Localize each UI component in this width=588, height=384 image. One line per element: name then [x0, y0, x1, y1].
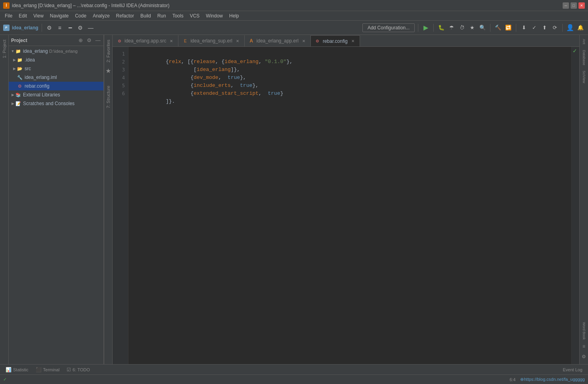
- tab-app-erl[interactable]: A idea_erlang_app.erl ✕: [245, 35, 311, 46]
- statistic-icon: 📊: [6, 367, 11, 372]
- ant-label[interactable]: Ant: [581, 36, 587, 47]
- close-button[interactable]: ✕: [578, 2, 585, 9]
- structure-label[interactable]: 7: Structure: [105, 83, 111, 111]
- profile-button[interactable]: ⏱: [458, 23, 466, 32]
- git-status[interactable]: ✓: [3, 377, 7, 382]
- user-avatar[interactable]: 👤: [566, 23, 575, 32]
- vcs-commit-button[interactable]: ✓: [530, 23, 538, 32]
- tree-item-extlibs[interactable]: ▶ 📚 External Libraries: [9, 90, 103, 99]
- tab-rebar-config[interactable]: ⚙ rebar.config ✕: [311, 35, 360, 46]
- menu-item-tools[interactable]: Tools: [169, 12, 187, 19]
- editor: 1 2 3 4 5 6 {relx, [{release, {idea_erla…: [113, 47, 579, 364]
- tree-item-src[interactable]: ▶ 📂 src: [9, 64, 103, 73]
- todo-icon: ☑: [67, 367, 71, 372]
- todo-label: 6: TODO: [73, 367, 90, 372]
- tree-item-root[interactable]: ▼ 📁 idea_erlang D:\idea_erlang: [9, 47, 103, 56]
- coverage-button[interactable]: ☂: [447, 23, 456, 32]
- menu-item-build[interactable]: Build: [137, 12, 154, 19]
- vcs-update-button[interactable]: ⬇: [519, 23, 528, 32]
- menu-item-refactor[interactable]: Refactor: [113, 12, 137, 19]
- tree-label-src: src: [25, 66, 31, 71]
- hide-button[interactable]: —: [86, 23, 95, 32]
- tree-item-scratches[interactable]: ▶ 📝 Scratches and Consoles: [9, 99, 103, 108]
- statistic-tab[interactable]: 📊 Statistic: [2, 366, 32, 373]
- project-icon: P: [3, 25, 10, 31]
- maximize-button[interactable]: □: [571, 2, 577, 9]
- status-bar: ✓ 6:4 ⊕https://blog.csdn.net/fa_uggggg: [0, 374, 588, 384]
- minimize-button[interactable]: ─: [563, 2, 569, 9]
- project-sync-button[interactable]: ⊕: [77, 37, 84, 44]
- toolbar-sep-4: [490, 24, 490, 32]
- right-settings-icon[interactable]: ⚙: [580, 352, 588, 361]
- toolbar-sep-3: [433, 24, 434, 32]
- vcs-push-button[interactable]: ⬆: [540, 23, 549, 32]
- app-icon: I: [3, 2, 10, 9]
- right-toggle-icon[interactable]: ≡: [581, 342, 587, 351]
- favorites-label[interactable]: 2: Favorites: [105, 36, 111, 65]
- rebuild-button[interactable]: 🔁: [504, 23, 513, 32]
- database-label[interactable]: Database: [581, 48, 587, 68]
- menu-item-edit[interactable]: Edit: [15, 12, 30, 19]
- sciview-label[interactable]: SciView: [581, 68, 587, 86]
- menu-item-window[interactable]: Window: [203, 12, 226, 19]
- todo-tab[interactable]: ☑ 6: TODO: [63, 366, 93, 373]
- tree-item-rebar[interactable]: ▶ ⚙ rebar.config: [9, 82, 103, 90]
- event-log-label: Event Log: [563, 367, 582, 372]
- project-panel-label[interactable]: 1: Project: [1, 36, 8, 61]
- cursor-position[interactable]: 6:4: [509, 377, 515, 382]
- tab-label-rebar-config: rebar.config: [323, 38, 348, 44]
- tree-item-iml[interactable]: ▶ 🔧 idea_erlang.iml: [9, 73, 103, 82]
- menu-item-navigate[interactable]: Navigate: [47, 12, 72, 19]
- build-button[interactable]: 🔨: [494, 23, 502, 32]
- bottom-tabs-bar: 📊 Statistic ⬛ Terminal ☑ 6: TODO Event L…: [0, 364, 588, 374]
- favorites-star-icon[interactable]: ★: [104, 65, 113, 76]
- project-hide-button[interactable]: —: [95, 37, 101, 44]
- csdn-link[interactable]: ⊕https://blog.csdn.net/fa_uggggg: [520, 377, 585, 382]
- debug-button[interactable]: 🐛: [437, 23, 446, 32]
- gear-button[interactable]: ⚙: [76, 23, 85, 32]
- tab-close-rebar-config[interactable]: ✕: [350, 38, 356, 44]
- collapse-button[interactable]: ━: [66, 23, 75, 32]
- search-button[interactable]: 🔍: [478, 23, 487, 32]
- run-button[interactable]: ▶: [421, 23, 430, 32]
- terminal-label: Terminal: [43, 367, 60, 372]
- tab-sup-erl[interactable]: E idea_erlang_sup.erl ✕: [178, 35, 244, 46]
- event-log-tab[interactable]: Event Log: [559, 367, 586, 373]
- tree-arrow-scratches: ▶: [10, 101, 15, 106]
- tab-close-app-erl[interactable]: ✕: [301, 38, 306, 44]
- tree-label-iml: idea_erlang.iml: [25, 75, 57, 80]
- menu-item-analyze[interactable]: Analyze: [90, 12, 113, 19]
- gutter-ok-icon: ✓: [573, 48, 577, 54]
- project-panel-title: Project: [11, 38, 75, 43]
- notifications-button[interactable]: 🔔: [576, 23, 585, 32]
- project-name: idea_erlang: [12, 25, 38, 31]
- tab-close-sup-erl[interactable]: ✕: [235, 38, 240, 44]
- menu-item-file[interactable]: File: [2, 12, 15, 19]
- tab-app-src[interactable]: ⚙ idea_erlang.app.src ✕: [113, 35, 178, 46]
- add-configuration-button[interactable]: Add Configuration...: [362, 23, 415, 32]
- menu-item-code[interactable]: Code: [72, 12, 90, 19]
- menu-item-run[interactable]: Run: [154, 12, 169, 19]
- menu-item-view[interactable]: View: [30, 12, 47, 19]
- code-line-1: {relx, [{release, {idea_erlang, "0.1.0"}…: [135, 50, 565, 58]
- menu-item-help[interactable]: Help: [226, 12, 242, 19]
- expand-button[interactable]: ≡: [56, 23, 64, 32]
- settings-button[interactable]: ⚙: [45, 23, 54, 32]
- vcs-history-button[interactable]: ⟳: [550, 23, 559, 32]
- bookmark-button[interactable]: ★: [468, 23, 477, 32]
- code-editor[interactable]: {relx, [{release, {idea_erlang, "0.1.0"}…: [128, 47, 571, 364]
- wordbook-label[interactable]: Word Book: [581, 320, 587, 342]
- tree-arrow-extlibs: ▶: [10, 92, 15, 97]
- tab-close-app-src[interactable]: ✕: [169, 38, 174, 44]
- project-indicator: P idea_erlang: [3, 25, 38, 31]
- terminal-tab[interactable]: ⬛ Terminal: [33, 366, 63, 373]
- main-content: 1: Project Project ⊕ ⚙ — ▼ 📁 idea_erlang…: [0, 35, 588, 364]
- tree-item-idea[interactable]: ▶ 📁 .idea: [9, 56, 103, 64]
- tree-arrow-idea: ▶: [12, 58, 17, 62]
- project-settings-button[interactable]: ⚙: [86, 37, 92, 44]
- rebar-file-icon: ⚙: [17, 83, 23, 89]
- favorites-strip: 2: Favorites ★ 7: Structure: [104, 35, 113, 364]
- menu-item-vcs[interactable]: VCS: [187, 12, 203, 19]
- gutter-panel: ✓: [571, 47, 579, 364]
- line-numbers: 1 2 3 4 5 6: [113, 47, 128, 364]
